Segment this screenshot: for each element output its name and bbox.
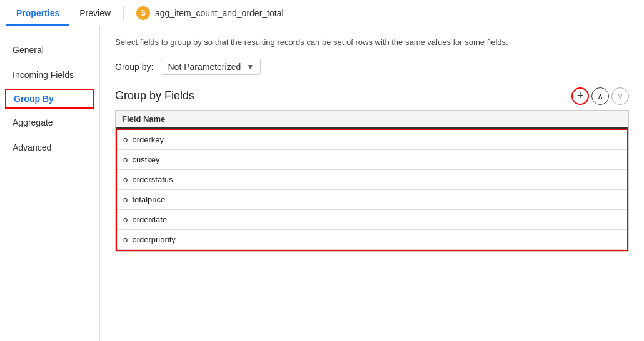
- field-name-cell: o_orderstatus: [117, 169, 627, 189]
- main-layout: General Incoming Fields Group By Aggrega…: [0, 26, 644, 341]
- fields-title: Group by Fields: [115, 89, 571, 102]
- sidebar: General Incoming Fields Group By Aggrega…: [0, 26, 100, 341]
- table-row[interactable]: o_custkey: [117, 149, 627, 169]
- table-row[interactable]: o_orderkey: [117, 130, 627, 150]
- sidebar-item-group-by[interactable]: Group By: [5, 89, 94, 109]
- tab-divider: [123, 6, 124, 21]
- fields-data-table: o_orderkeyo_custkeyo_orderstatuso_totalp…: [117, 130, 627, 250]
- sidebar-group-by-label: Group By: [14, 94, 54, 104]
- move-down-button[interactable]: ∨: [611, 87, 629, 105]
- tab-file[interactable]: S agg_item_count_and_order_total: [126, 0, 294, 26]
- chevron-up-icon: ∧: [597, 91, 603, 101]
- column-header-field-name: Field Name: [116, 111, 628, 128]
- tab-preview[interactable]: Preview: [69, 0, 121, 26]
- field-name-cell: o_totalprice: [117, 189, 627, 209]
- dropdown-arrow-icon: ▼: [247, 62, 254, 71]
- tab-properties-label: Properties: [16, 8, 59, 18]
- field-name-cell: o_custkey: [117, 149, 627, 169]
- field-name-cell: o_orderkey: [117, 130, 627, 150]
- header-tabs: Properties Preview S agg_item_count_and_…: [0, 0, 644, 26]
- fields-header: Group by Fields + ∧ ∨: [115, 87, 629, 105]
- field-name-cell: o_orderdate: [117, 209, 627, 229]
- chevron-down-icon: ∨: [617, 91, 623, 101]
- group-by-row: Group by: Not Parameterized ▼: [115, 59, 629, 75]
- sidebar-aggregate-label: Aggregate: [13, 117, 53, 127]
- sidebar-item-aggregate[interactable]: Aggregate: [0, 111, 99, 134]
- table-row[interactable]: o_totalprice: [117, 189, 627, 209]
- content-area: Select fields to group by so that the re…: [100, 26, 644, 341]
- group-by-value: Not Parameterized: [168, 62, 241, 72]
- tab-preview-label: Preview: [79, 8, 111, 18]
- sidebar-item-advanced[interactable]: Advanced: [0, 136, 99, 159]
- sidebar-advanced-label: Advanced: [13, 142, 51, 152]
- field-name-cell: o_orderpriority: [117, 229, 627, 249]
- filename-label: agg_item_count_and_order_total: [155, 8, 284, 18]
- description-text: Select fields to group by so that the re…: [115, 36, 629, 49]
- sidebar-incoming-fields-label: Incoming Fields: [13, 70, 74, 80]
- add-field-button[interactable]: +: [571, 87, 589, 105]
- field-rows-container: o_orderkeyo_custkeyo_orderstatuso_totalp…: [116, 129, 628, 251]
- group-by-select[interactable]: Not Parameterized ▼: [161, 59, 261, 75]
- table-row[interactable]: o_orderpriority: [117, 229, 627, 249]
- table-row[interactable]: o_orderdate: [117, 209, 627, 229]
- sidebar-item-incoming-fields[interactable]: Incoming Fields: [0, 64, 99, 86]
- sidebar-item-general[interactable]: General: [0, 39, 99, 61]
- add-icon: +: [577, 89, 584, 102]
- file-icon: S: [136, 6, 150, 20]
- fields-controls: + ∧ ∨: [571, 87, 629, 105]
- group-by-label: Group by:: [115, 62, 153, 72]
- sidebar-general-label: General: [13, 45, 44, 55]
- tab-properties[interactable]: Properties: [6, 0, 69, 26]
- move-up-button[interactable]: ∧: [591, 87, 609, 105]
- table-row[interactable]: o_orderstatus: [117, 169, 627, 189]
- fields-table-container: Field Name o_orderkeyo_custkeyo_ordersta…: [115, 110, 629, 252]
- fields-table: Field Name: [116, 111, 628, 129]
